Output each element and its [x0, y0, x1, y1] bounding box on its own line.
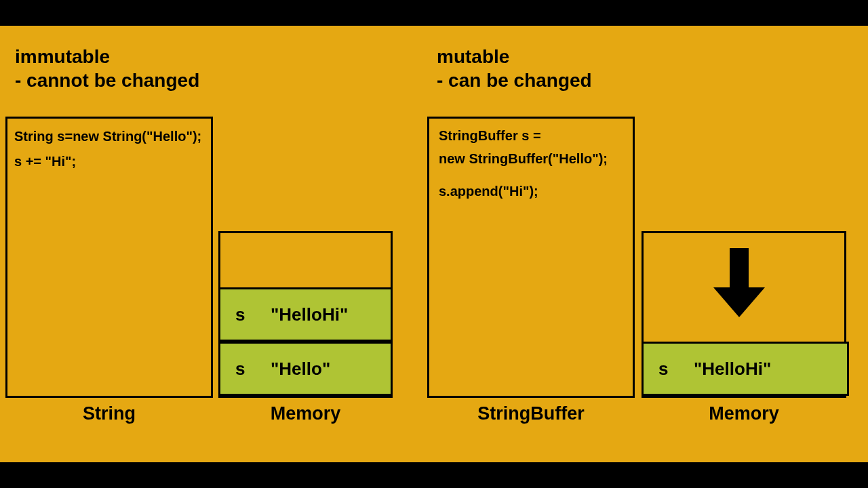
left-code-line2: s += "Hi";: [14, 149, 204, 174]
left-cell2-var: s: [235, 359, 252, 380]
left-heading-line2: - cannot be changed: [15, 68, 199, 92]
right-heading: mutable - can be changed: [437, 45, 592, 92]
left-cell2-val: "Hello": [271, 359, 330, 380]
right-code-line3: s.append("Hi");: [439, 180, 623, 203]
left-memory-cell-2: s "Hello": [218, 342, 393, 396]
down-arrow-icon: [713, 248, 765, 317]
right-code-line1: StringBuffer s =: [439, 124, 623, 147]
left-heading: immutable - cannot be changed: [15, 45, 199, 92]
left-memory-label: Memory: [218, 403, 393, 424]
left-box-label: String: [5, 403, 213, 424]
right-heading-line1: mutable: [437, 45, 592, 68]
diagram-canvas: immutable - cannot be changed String s=n…: [0, 26, 868, 462]
right-cell-var: s: [658, 359, 675, 380]
left-code-line1: String s=new String("Hello");: [14, 124, 204, 149]
right-memory-cell: s "HelloHi": [642, 342, 849, 396]
code-spacer: [439, 170, 623, 180]
right-heading-line2: - can be changed: [437, 68, 592, 92]
left-memory-cell-1: s "HelloHi": [218, 287, 393, 342]
left-cell1-var: s: [235, 304, 252, 325]
left-heading-line1: immutable: [15, 45, 199, 68]
right-cell-val: "HelloHi": [694, 359, 771, 380]
right-code-box: StringBuffer s = new StringBuffer("Hello…: [427, 117, 635, 398]
right-box-label: StringBuffer: [427, 403, 635, 424]
right-memory-label: Memory: [642, 403, 846, 424]
left-cell1-val: "HelloHi": [271, 304, 348, 325]
right-code-line2: new StringBuffer("Hello");: [439, 147, 623, 170]
left-code-box: String s=new String("Hello"); s += "Hi";: [5, 117, 213, 398]
